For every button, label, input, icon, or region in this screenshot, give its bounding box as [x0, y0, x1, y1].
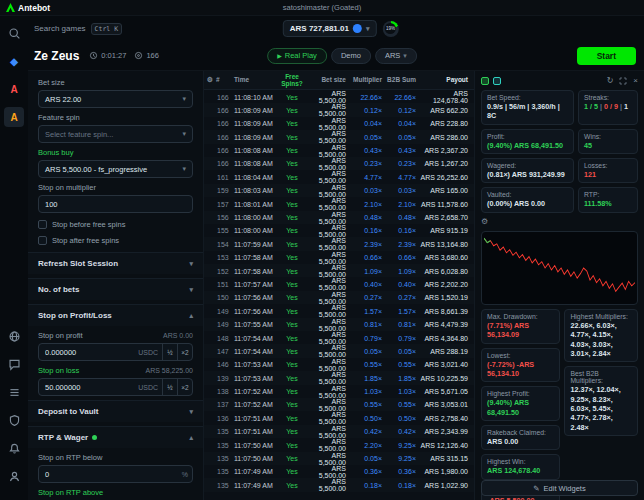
row-num: 135 [216, 455, 234, 462]
table-row[interactable]: 138 11:07:52 AM Yes ARS 5,500.00 1.03× 1… [204, 385, 474, 398]
double-button[interactable]: ×2 [177, 344, 192, 360]
max-drawdown-value: (7.71%) ARS 56,134.09 [487, 321, 554, 340]
row-multiplier: 0.50× [350, 415, 386, 422]
row-multiplier: 0.12× [350, 107, 386, 114]
search-games[interactable]: Search games Ctrl K [34, 23, 122, 35]
table-row[interactable]: 166 11:08:09 AM Yes ARS 5,500.00 0.05× 0… [204, 130, 474, 143]
casino-app-blue-icon[interactable]: ◆ [4, 51, 24, 71]
table-row[interactable]: 155 11:08:00 AM Yes ARS 5,500.00 0.16× 0… [204, 224, 474, 237]
table-row[interactable]: 135 11:07:51 AM Yes ARS 5,500.00 0.42× 0… [204, 425, 474, 438]
stop-on-profit-input[interactable] [39, 348, 138, 357]
feature-spin-select[interactable]: Select feature spin... ▾ [38, 125, 193, 143]
start-button[interactable]: Start [577, 47, 636, 65]
list-icon[interactable] [4, 382, 24, 402]
table-row[interactable]: 166 11:08:08 AM Yes ARS 5,500.00 0.43× 0… [204, 144, 474, 157]
row-payout: ARS 13,164.80 [420, 241, 474, 248]
table-row[interactable]: 146 11:07:53 AM Yes ARS 5,500.00 0.55× 0… [204, 358, 474, 371]
lowest-label: Lowest: [487, 352, 554, 359]
half-button[interactable]: ½ [162, 344, 177, 360]
table-row[interactable]: 150 11:07:56 AM Yes ARS 5,500.00 0.27× 0… [204, 291, 474, 304]
chat-icon[interactable] [4, 354, 24, 374]
row-payout: ARS 1,022.90 [420, 482, 474, 489]
bonus-buy-select[interactable]: ARS 5,500.00 - fs_progressive ▾ [38, 160, 193, 178]
row-free-spins: Yes [278, 94, 306, 101]
double-button[interactable]: ×2 [177, 379, 192, 395]
game-title: Ze Zeus [34, 49, 79, 63]
half-button[interactable]: ½ [162, 379, 177, 395]
section-deposit-to-vault[interactable]: Deposit to Vault ▾ [28, 400, 203, 422]
section-refresh-slot-session[interactable]: Refresh Slot Session ▾ [28, 252, 203, 274]
chevron-down-icon: ▾ [182, 130, 186, 138]
table-row[interactable]: 166 11:08:09 AM Yes ARS 5,500.00 0.12× 0… [204, 103, 474, 116]
expand-icon[interactable] [619, 77, 627, 85]
table-row[interactable]: 151 11:07:57 AM Yes ARS 5,500.00 0.40× 0… [204, 277, 474, 290]
row-multiplier: 2.10× [350, 201, 386, 208]
section-stop-profit-loss[interactable]: Stop on Profit/Loss ▴ [28, 304, 203, 326]
bet-speed-value: 0.9/s | 56/m | 3,360/h | 8C [487, 102, 568, 121]
table-row[interactable]: 156 11:08:00 AM Yes ARS 5,500.00 0.48× 0… [204, 211, 474, 224]
stop-on-multiplier-input[interactable] [39, 200, 192, 209]
row-num: 166 [216, 134, 234, 141]
table-row[interactable]: 161 11:08:04 AM Yes ARS 5,500.00 4.77× 4… [204, 170, 474, 183]
chart-toggle-teal-icon[interactable] [493, 77, 501, 85]
table-row[interactable]: 159 11:08:03 AM Yes ARS 5,500.00 0.03× 0… [204, 184, 474, 197]
table-row[interactable]: 139 11:07:53 AM Yes ARS 5,500.00 1.85× 1… [204, 371, 474, 384]
casino-app-red-icon[interactable]: A [4, 79, 24, 99]
progress-gauge[interactable]: 19% [382, 21, 398, 37]
table-row[interactable]: 148 11:07:54 AM Yes ARS 5,500.00 0.79× 0… [204, 331, 474, 344]
stop-before-free-spins-row[interactable]: Stop before free spins [38, 220, 193, 229]
row-b2b-sum: 1.85× [386, 375, 420, 382]
row-num: 150 [216, 294, 234, 301]
balance-selector[interactable]: ARS 727,881.01 ▾ [283, 20, 377, 37]
table-row[interactable]: 157 11:08:01 AM Yes ARS 5,500.00 2.10× 2… [204, 197, 474, 210]
row-free-spins: Yes [278, 120, 306, 127]
row-free-spins: Yes [278, 227, 306, 234]
demo-button[interactable]: Demo [331, 48, 371, 64]
table-row[interactable]: 135 11:07:50 AM Yes ARS 5,500.00 2.20× 9… [204, 438, 474, 451]
bet-log-table: ⚙ # Time Free Spins? Bet size Multiplier… [204, 71, 474, 500]
profile-icon[interactable] [4, 466, 24, 486]
table-row[interactable]: 153 11:07:58 AM Yes ARS 5,500.00 0.66× 0… [204, 251, 474, 264]
bet-size-select[interactable]: ARS 22.00 ▾ [38, 90, 193, 108]
stop-rtp-below-input[interactable] [39, 470, 182, 479]
table-row[interactable]: 135 11:07:50 AM Yes ARS 5,500.00 0.05× 9… [204, 452, 474, 465]
search-icon[interactable] [4, 23, 24, 43]
currency-dropdown[interactable]: ARS ▾ [375, 48, 417, 64]
checkbox-icon[interactable] [38, 220, 47, 229]
highest-profit-value: (9.40%) ARS 68,491.50 [487, 398, 554, 417]
section-rtp-wager[interactable]: RTP & Wager ▴ [28, 426, 203, 448]
section-no-of-bets[interactable]: No. of bets ▾ [28, 278, 203, 300]
chart-settings-icon[interactable]: ⚙ [481, 217, 488, 226]
table-row[interactable]: 166 11:08:09 AM Yes ARS 5,500.00 0.04× 0… [204, 117, 474, 130]
streak-wins: 1 / 5 [584, 102, 598, 111]
checkbox-icon[interactable] [38, 236, 47, 245]
row-free-spins: Yes [278, 174, 306, 181]
table-row[interactable]: 166 11:08:08 AM Yes ARS 5,500.00 0.23× 0… [204, 157, 474, 170]
casino-app-orange-icon[interactable]: A [4, 107, 24, 127]
stop-on-loss-input[interactable] [39, 383, 138, 392]
row-bet-size: ARS 5,500.00 [306, 425, 350, 439]
edit-widgets-button[interactable]: ✎ Edit Widgets [481, 480, 638, 496]
close-icon[interactable]: × [633, 76, 638, 85]
shield-icon[interactable] [4, 410, 24, 430]
table-row[interactable]: 135 11:07:49 AM Yes ARS 5,500.00 0.36× 0… [204, 465, 474, 478]
real-play-button[interactable]: ▶ Real Play [267, 48, 327, 64]
stop-after-free-spins-row[interactable]: Stop after free spins [38, 236, 193, 245]
bell-icon[interactable] [4, 438, 24, 458]
refresh-icon[interactable]: ↻ [607, 76, 614, 85]
row-b2b-sum: 0.04× [386, 120, 420, 127]
table-row[interactable]: 166 11:08:10 AM Yes ARS 5,500.00 22.66× … [204, 90, 474, 103]
table-row[interactable]: 154 11:07:59 AM Yes ARS 5,500.00 2.39× 2… [204, 237, 474, 250]
table-row[interactable]: 137 11:07:52 AM Yes ARS 5,500.00 0.55× 0… [204, 398, 474, 411]
table-row[interactable]: 136 11:07:51 AM Yes ARS 5,500.00 0.50× 0… [204, 411, 474, 424]
row-free-spins: Yes [278, 468, 306, 475]
table-row[interactable]: 152 11:07:58 AM Yes ARS 5,500.00 1.09× 1… [204, 264, 474, 277]
globe-icon[interactable] [4, 326, 24, 346]
table-row[interactable]: 135 11:07:49 AM Yes ARS 5,500.00 0.18× 0… [204, 478, 474, 491]
table-settings-icon[interactable]: ⚙ [204, 76, 216, 84]
table-row[interactable]: 147 11:07:54 AM Yes ARS 5,500.00 0.05× 0… [204, 344, 474, 357]
table-row[interactable]: 149 11:07:55 AM Yes ARS 5,500.00 0.81× 0… [204, 318, 474, 331]
chart-toggle-green-icon[interactable] [481, 77, 489, 85]
table-row[interactable]: 149 11:07:56 AM Yes ARS 5,500.00 1.57× 1… [204, 304, 474, 317]
section-stop-pl-label: Stop on Profit/Loss [38, 311, 112, 320]
